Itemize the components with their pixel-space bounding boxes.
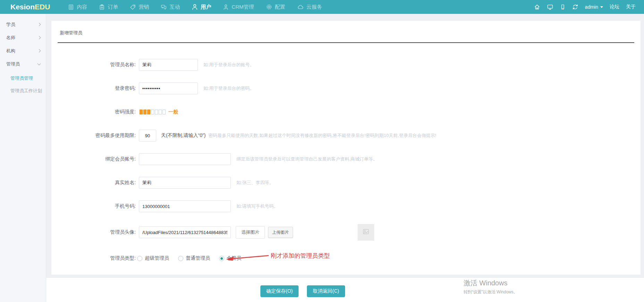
chevron-right-icon (37, 49, 41, 52)
avatar-row: 管理员头像: 选择图片 上传图片 (51, 224, 641, 241)
strength-block (147, 110, 150, 114)
watermark-line1: 激活 Windows (463, 278, 518, 288)
password-expiry-hint: 密码最多只能使用的天数,如果超过这个时间没有修改新的密码,将不能登录后台!密码到… (208, 132, 436, 139)
strength-block (140, 110, 143, 114)
nav-item-users[interactable]: 用户 (192, 4, 211, 10)
admin-type-label: 管理员类型: (51, 255, 137, 261)
password-expiry-row: 密码最多使用期限: 天(不限制,请输入“0”) 密码最多只能使用的天数,如果超过… (51, 130, 641, 141)
cloud-icon (297, 4, 304, 10)
nav-item-crm[interactable]: CRM管理 (223, 4, 254, 10)
sidebar-submenu: 管理员管理 管理员工作计划 (0, 71, 46, 97)
upload-image-button[interactable]: 上传图片 (268, 227, 293, 238)
nav-label: 订单 (108, 4, 118, 10)
nav-label: 互动 (169, 4, 180, 10)
sidebar-item-label: 名师 (6, 35, 15, 41)
password-expiry-input[interactable] (139, 130, 156, 141)
radio-unchecked-icon[interactable] (178, 256, 183, 261)
sidebar-item-institutions[interactable]: 机构 (0, 44, 46, 58)
sidebar-item-teachers[interactable]: 名师 (0, 31, 46, 44)
logo-part-edu: EDU (35, 3, 50, 11)
radio-label: 普通管理员 (186, 255, 210, 261)
mobile-label: 手机号码: (51, 203, 137, 209)
password-hint: 如:用于登录后台的密码。 (203, 85, 254, 92)
home-icon[interactable] (534, 4, 540, 10)
nav-item-marketing[interactable]: 营销 (130, 4, 149, 10)
password-strength-label: 密码强度: (51, 109, 137, 115)
password-label: 登录密码: (51, 85, 137, 92)
nav-label: 云服务 (307, 4, 322, 10)
strength-block (151, 110, 154, 114)
mobile-hint: 如:请填写手机号码。 (236, 203, 278, 209)
user-menu[interactable]: admin (585, 4, 603, 10)
sidebar-subitem-label: 管理员工作计划 (10, 88, 42, 94)
gear-icon (266, 4, 272, 10)
admin-type-option[interactable]: 普通管理员 (178, 255, 210, 261)
marketing-icon (130, 4, 136, 10)
member-account-input[interactable] (139, 153, 231, 165)
footer-bar: 确定保存(O) 取消返回(C) (46, 277, 644, 302)
main-content: 新增管理员 管理员名称: 如:用于登录后台的账号。 登录密码: 如:用于登录后台… (46, 14, 644, 302)
sidebar: 学员 名师 机构 管理员 管理员管理 管理员工作计划 (0, 14, 46, 302)
admin-type-row: 管理员类型: 超级管理员普通管理员仓管员 刚才添加的管理员类型 (51, 252, 641, 264)
sidebar-item-admin-work-plan[interactable]: 管理员工作计划 (0, 85, 46, 97)
choose-image-button[interactable]: 选择图片 (236, 226, 265, 239)
chevron-right-icon (37, 23, 41, 26)
nav-item-orders[interactable]: 订单 (99, 4, 118, 10)
nav-label: CRM管理 (232, 4, 254, 10)
admin-name-label: 管理员名称: (51, 62, 137, 68)
sidebar-item-administrators[interactable]: 管理员 (0, 58, 46, 71)
real-name-row: 真实姓名: 如:张三、李四等。 (51, 177, 641, 189)
member-account-hint: 绑定后该管理员登录后可以查询管理自己发展的客户资料,商城订单等。 (236, 156, 378, 162)
logo-part-kesion: Kesion (10, 3, 35, 11)
strength-block (159, 110, 162, 114)
mobile-icon[interactable] (560, 4, 566, 10)
sidebar-item-students[interactable]: 学员 (0, 18, 46, 31)
password-expiry-unit: 天(不限制,请输入“0”) (161, 132, 206, 139)
member-account-row: 绑定会员账号: 绑定后该管理员登录后可以查询管理自己发展的客户资料,商城订单等。 (51, 153, 641, 165)
nav-item-config[interactable]: 配置 (266, 4, 285, 10)
desktop-icon[interactable] (547, 4, 553, 10)
strength-block (162, 110, 166, 114)
app-logo[interactable]: KesionEDU (10, 3, 50, 11)
avatar-preview (358, 224, 374, 241)
about-link[interactable]: 关于 (626, 4, 636, 10)
radio-checked-icon[interactable] (219, 256, 224, 261)
page-title: 新增管理员 (58, 21, 634, 43)
avatar-path-input[interactable] (139, 226, 231, 238)
mobile-input[interactable] (139, 200, 231, 212)
radio-unchecked-icon[interactable] (137, 256, 142, 261)
sidebar-item-admin-management[interactable]: 管理员管理 (0, 72, 46, 85)
real-name-label: 真实姓名: (51, 180, 137, 186)
nav-item-cloud[interactable]: 云服务 (297, 4, 322, 10)
caret-down-icon (600, 6, 603, 8)
strength-block (155, 110, 158, 114)
password-input[interactable] (139, 83, 198, 94)
mobile-row: 手机号码: 如:请填写手机号码。 (51, 200, 641, 212)
watermark-line2: 转到“设置”以激活 Windows。 (463, 289, 518, 295)
admin-name-row: 管理员名称: 如:用于登录后台的账号。 (51, 59, 641, 71)
form-card: 新增管理员 管理员名称: 如:用于登录后台的账号。 登录密码: 如:用于登录后台… (51, 21, 641, 275)
password-strength-blocks (140, 110, 166, 114)
content-icon (68, 4, 74, 10)
sidebar-subitem-label: 管理员管理 (10, 75, 33, 81)
cancel-button[interactable]: 取消返回(C) (307, 285, 345, 297)
save-button[interactable]: 确定保存(O) (260, 285, 299, 297)
admin-name-input[interactable] (139, 59, 198, 71)
windows-watermark: 激活 Windows 转到“设置”以激活 Windows。 (463, 278, 518, 295)
nav-item-interaction[interactable]: 互动 (161, 4, 180, 10)
sidebar-item-label: 学员 (6, 21, 15, 28)
password-row: 登录密码: 如:用于登录后台的密码。 (51, 83, 641, 94)
admin-type-option[interactable]: 超级管理员 (137, 255, 169, 261)
nav-label: 配置 (275, 4, 285, 10)
forum-link[interactable]: 论坛 (610, 4, 619, 10)
sidebar-item-label: 管理员 (6, 61, 20, 67)
chevron-right-icon (37, 36, 41, 39)
nav-item-content[interactable]: 内容 (68, 4, 87, 10)
strength-block (143, 110, 147, 114)
username: admin (585, 4, 598, 10)
footer-buttons: 确定保存(O) 取消返回(C) (260, 285, 345, 297)
nav-label: 营销 (139, 4, 149, 10)
user-icon (192, 4, 198, 10)
refresh-icon[interactable] (572, 4, 578, 10)
real-name-input[interactable] (139, 177, 231, 189)
